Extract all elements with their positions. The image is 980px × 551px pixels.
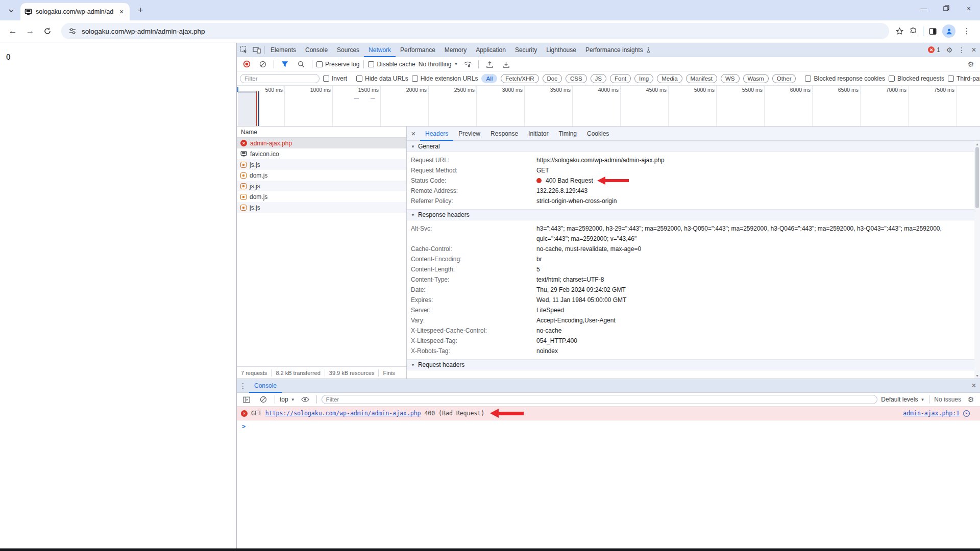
preserve-log-checkbox[interactable]: Preserve log xyxy=(316,61,359,68)
error-source-link[interactable]: admin-ajax.php:1 xyxy=(903,410,960,417)
import-har-icon[interactable] xyxy=(483,58,496,71)
filter-pill-css[interactable]: CSS xyxy=(566,74,587,83)
record-network-log-icon[interactable] xyxy=(240,58,253,71)
general-section-header[interactable]: ▼ General xyxy=(407,141,974,152)
devtools-close-icon[interactable]: × xyxy=(968,44,980,56)
details-tab-response[interactable]: Response xyxy=(485,127,523,141)
extensions-icon[interactable] xyxy=(909,27,918,36)
default-levels-dropdown[interactable]: Default levels ▼ xyxy=(881,396,924,403)
back-icon[interactable]: ← xyxy=(5,23,20,39)
details-tab-initiator[interactable]: Initiator xyxy=(523,127,553,141)
scroll-thumb[interactable] xyxy=(975,147,979,208)
hide-data-urls-checkbox[interactable]: Hide data URLs xyxy=(356,75,408,82)
console-context-selector[interactable]: top ▼ xyxy=(280,396,295,403)
window-close-button[interactable]: × xyxy=(958,0,980,16)
request-table-name-header[interactable]: Name xyxy=(237,127,406,138)
console-close-icon[interactable]: × xyxy=(968,380,980,392)
filter-pill-manifest[interactable]: Manifest xyxy=(686,74,717,83)
window-restore-button[interactable] xyxy=(935,0,958,16)
url-text[interactable]: sologaku.com/wp-admin/admin-ajax.php xyxy=(82,28,205,35)
timeline-selection[interactable] xyxy=(238,91,256,126)
filter-pill-media[interactable]: Media xyxy=(657,74,682,83)
search-icon[interactable] xyxy=(295,58,308,71)
new-tab-button[interactable]: + xyxy=(134,4,147,17)
disable-cache-checkbox[interactable]: Disable cache xyxy=(368,61,415,68)
error-url-link[interactable]: https://sologaku.com/wp-admin/admin-ajax… xyxy=(265,410,421,417)
request-row-admin-ajax[interactable]: ✕ admin-ajax.php xyxy=(237,138,406,148)
console-drawer-tab[interactable]: Console xyxy=(249,379,282,393)
network-conditions-icon[interactable] xyxy=(461,58,474,71)
inspect-element-icon[interactable] xyxy=(237,43,250,57)
filter-pill-js[interactable]: JS xyxy=(591,74,606,83)
browser-tab[interactable]: sologaku.com/wp-admin/admin × xyxy=(20,3,130,20)
filter-funnel-icon[interactable] xyxy=(278,58,291,71)
tab-application[interactable]: Application xyxy=(471,43,510,57)
filter-pill-fetch-xhr[interactable]: Fetch/XHR xyxy=(501,74,538,83)
details-close-icon[interactable]: × xyxy=(407,127,420,140)
scroll-down-icon[interactable]: ▼ xyxy=(975,372,979,379)
details-tab-timing[interactable]: Timing xyxy=(553,127,582,141)
reload-icon[interactable] xyxy=(40,23,55,39)
console-settings-gear-icon[interactable]: ⚙ xyxy=(965,393,977,406)
details-scrollbar[interactable]: ▲ ▼ xyxy=(974,141,980,379)
tab-performance[interactable]: Performance xyxy=(396,43,440,57)
no-issues-label[interactable]: No issues xyxy=(934,396,961,403)
filter-pill-wasm[interactable]: Wasm xyxy=(743,74,769,83)
export-har-icon[interactable] xyxy=(499,58,512,71)
clear-network-log-icon[interactable] xyxy=(256,58,270,71)
filter-pill-doc[interactable]: Doc xyxy=(543,74,562,83)
network-settings-gear-icon[interactable]: ⚙ xyxy=(965,58,977,70)
devtools-error-badge[interactable]: ✕ 1 xyxy=(928,46,940,54)
tab-performance-insights[interactable]: Performance insights xyxy=(581,43,656,57)
invert-checkbox[interactable]: Invert xyxy=(323,75,347,82)
tab-list-chevron-icon[interactable] xyxy=(4,4,18,18)
window-minimize-button[interactable]: — xyxy=(913,0,935,16)
third-party-requests-checkbox[interactable]: Third-party requests xyxy=(948,75,980,82)
address-bar[interactable]: sologaku.com/wp-admin/admin-ajax.php xyxy=(61,23,889,39)
tab-console[interactable]: Console xyxy=(301,43,332,57)
devtools-settings-gear-icon[interactable]: ⚙ xyxy=(943,44,955,56)
tab-network[interactable]: Network xyxy=(364,43,396,57)
throttling-dropdown[interactable]: No throttling ▼ xyxy=(419,61,458,68)
live-expression-eye-icon[interactable] xyxy=(299,393,312,406)
request-row-js[interactable]: js.js xyxy=(237,202,406,213)
tab-sources[interactable]: Sources xyxy=(332,43,364,57)
blocked-requests-checkbox[interactable]: Blocked requests xyxy=(889,75,944,82)
details-tab-preview[interactable]: Preview xyxy=(453,127,485,141)
response-headers-section-header[interactable]: ▼ Response headers xyxy=(407,209,974,220)
tab-lighthouse[interactable]: Lighthouse xyxy=(542,43,581,57)
request-row-dom[interactable]: dom.js xyxy=(237,170,406,181)
console-prompt[interactable]: > xyxy=(237,420,980,433)
request-row-dom[interactable]: dom.js xyxy=(237,191,406,202)
request-row-js[interactable]: js.js xyxy=(237,159,406,170)
request-row-js[interactable]: js.js xyxy=(237,181,406,191)
device-toolbar-icon[interactable] xyxy=(250,43,263,57)
hide-extension-urls-checkbox[interactable]: Hide extension URLs xyxy=(412,75,478,82)
side-panel-icon[interactable] xyxy=(928,27,937,36)
console-empty-area[interactable] xyxy=(237,433,980,548)
filter-pill-all[interactable]: All xyxy=(481,74,497,83)
show-in-network-icon[interactable]: ➤ xyxy=(963,410,970,417)
tab-security[interactable]: Security xyxy=(510,43,542,57)
profile-avatar[interactable] xyxy=(942,24,955,38)
network-overview-timeline[interactable]: 500 ms 1000 ms 1500 ms 2000 ms 2500 ms 3… xyxy=(237,86,980,127)
devtools-menu-kebab-icon[interactable]: ⋮ xyxy=(955,44,968,56)
filter-pill-font[interactable]: Font xyxy=(610,74,631,83)
tab-memory[interactable]: Memory xyxy=(440,43,471,57)
filter-pill-ws[interactable]: WS xyxy=(721,74,740,83)
blocked-response-cookies-checkbox[interactable]: Blocked response cookies xyxy=(805,75,885,82)
browser-menu-kebab-icon[interactable]: ⋮ xyxy=(961,25,973,37)
bookmark-star-icon[interactable] xyxy=(895,27,904,36)
details-tab-headers[interactable]: Headers xyxy=(420,127,453,141)
request-headers-section-header[interactable]: ▼ Request headers xyxy=(407,359,974,370)
request-row-favicon[interactable]: favicon.ico xyxy=(237,148,406,159)
site-info-icon[interactable] xyxy=(68,27,77,35)
scroll-up-icon[interactable]: ▲ xyxy=(975,141,979,147)
drawer-menu-kebab-icon[interactable]: ⋮ xyxy=(237,380,249,392)
network-filter-input[interactable] xyxy=(240,74,320,83)
forward-icon[interactable]: → xyxy=(22,23,38,39)
tab-close-icon[interactable]: × xyxy=(117,8,126,16)
filter-pill-other[interactable]: Other xyxy=(772,74,796,83)
console-sidebar-icon[interactable] xyxy=(240,393,253,406)
clear-console-icon[interactable] xyxy=(257,393,270,406)
